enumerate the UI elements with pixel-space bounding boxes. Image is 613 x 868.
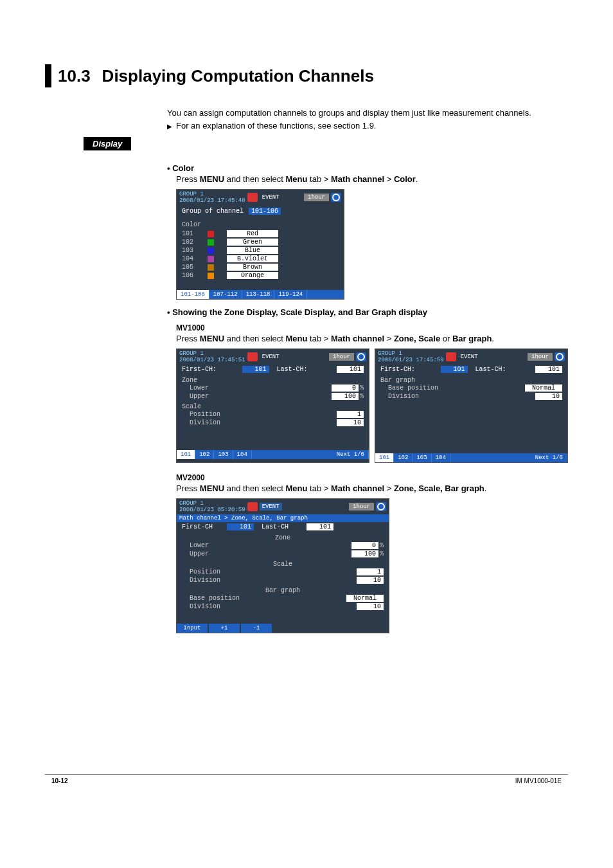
- color-row: 102 Green: [177, 238, 344, 246]
- channel-id: 106: [182, 272, 208, 279]
- first-ch-field[interactable]: 101: [441, 366, 468, 373]
- section-number: 10.3: [58, 64, 91, 87]
- channel-id: 105: [182, 264, 208, 271]
- channel-id: 102: [182, 239, 208, 246]
- group-of-channel-value[interactable]: 101-106: [249, 208, 281, 215]
- color-swatch: [208, 264, 214, 271]
- intro-paragraph: You can assign computation channels to g…: [167, 107, 568, 120]
- input-button[interactable]: Input: [177, 624, 208, 633]
- event-badge: EVENT: [260, 194, 282, 201]
- record-icon: [446, 352, 456, 361]
- panel-datetime: 2008/01/23 17:45:40: [179, 197, 245, 204]
- channel-tab[interactable]: 104: [233, 450, 252, 459]
- next-page-tab[interactable]: Next 1/6: [531, 453, 567, 462]
- zone-lower-field[interactable]: 0: [351, 542, 378, 549]
- panel-group: GROUP 1: [179, 191, 245, 197]
- plus-one-button[interactable]: +1: [209, 624, 240, 633]
- color-name-field[interactable]: Red: [227, 230, 278, 237]
- channel-range-tab[interactable]: 113-118: [242, 290, 275, 299]
- last-ch-field[interactable]: 101: [337, 366, 364, 373]
- last-ch-field[interactable]: 101: [535, 366, 562, 373]
- first-ch-field[interactable]: 101: [242, 366, 269, 373]
- scale-division-field[interactable]: 10: [337, 419, 364, 426]
- channel-tab[interactable]: 101: [177, 450, 195, 459]
- record-icon: [247, 352, 258, 361]
- base-position-field[interactable]: Normal: [525, 384, 562, 392]
- color-section-label: Color: [177, 217, 344, 230]
- zone-upper-field[interactable]: 100: [351, 550, 378, 557]
- channel-id: 103: [182, 247, 208, 254]
- color-swatch: [208, 256, 214, 262]
- hour-badge: 1hour: [304, 194, 329, 201]
- mv2000-label: MV2000: [176, 473, 568, 482]
- mv2000-instruction: Press MENU and then select Menu tab > Ma…: [176, 484, 568, 493]
- mv2000-panel-screenshot: GROUP 1 2008/01/23 05:20:59 EVENT 1hour …: [176, 498, 389, 633]
- color-swatch: [208, 248, 214, 254]
- channel-tab[interactable]: 103: [413, 453, 431, 462]
- channel-tab[interactable]: 103: [214, 450, 233, 459]
- record-icon: [247, 502, 258, 511]
- color-row: 103 Blue: [177, 246, 344, 255]
- color-name-field[interactable]: B.violet: [227, 255, 278, 262]
- intro-crossref: For an explanation of these functions, s…: [167, 120, 568, 132]
- color-row: 101 Red: [177, 230, 344, 238]
- status-icon: [331, 193, 341, 202]
- bar-division-field[interactable]: 10: [357, 603, 384, 610]
- page-footer: 10-12 IM MV1000-01E: [45, 774, 568, 784]
- scale-position-field[interactable]: 1: [357, 568, 384, 575]
- page-number: 10-12: [51, 777, 68, 784]
- mv1000-label: MV1000: [176, 323, 568, 332]
- bar-graph-panel-screenshot: GROUP 1 2008/01/23 17:45:59 EVENT 1hour …: [375, 348, 568, 463]
- channel-range-tab[interactable]: 119-124: [274, 290, 307, 299]
- status-icon: [376, 502, 386, 511]
- zone-heading: Showing the Zone Display, Scale Display,…: [167, 307, 427, 317]
- color-panel-screenshot: GROUP 1 2008/01/23 17:45:40 EVENT 1hour …: [176, 189, 344, 300]
- channel-tab[interactable]: 102: [394, 453, 413, 462]
- color-heading: Color: [167, 163, 194, 173]
- color-row: 104 B.violet: [177, 255, 344, 263]
- status-icon: [555, 352, 565, 361]
- channel-range-tab[interactable]: 107-112: [209, 290, 242, 299]
- channel-range-tab[interactable]: 101-106: [177, 290, 209, 299]
- section-heading: Displaying Computation Channels: [102, 64, 374, 87]
- last-ch-field[interactable]: 101: [306, 523, 333, 530]
- color-name-field[interactable]: Blue: [227, 247, 278, 254]
- channel-tab[interactable]: 104: [432, 453, 450, 462]
- channel-id: 101: [182, 230, 208, 237]
- minus-one-button[interactable]: -1: [241, 624, 272, 633]
- display-tag: Display: [84, 137, 131, 150]
- scale-position-field[interactable]: 1: [337, 411, 364, 418]
- zone-upper-field[interactable]: 100: [332, 393, 359, 400]
- color-name-field[interactable]: Brown: [227, 264, 278, 271]
- color-swatch: [208, 273, 214, 279]
- channel-tab[interactable]: 102: [195, 450, 214, 459]
- next-page-tab[interactable]: Next 1/6: [333, 450, 369, 459]
- base-position-field[interactable]: Normal: [346, 595, 384, 602]
- status-icon: [356, 352, 366, 361]
- color-row: 105 Brown: [177, 263, 344, 271]
- mv1000-instruction: Press MENU and then select Menu tab > Ma…: [176, 334, 568, 343]
- color-name-field[interactable]: Orange: [227, 272, 278, 279]
- scale-division-field[interactable]: 10: [357, 577, 384, 584]
- zone-scale-panel-screenshot: GROUP 1 2008/01/23 17:45:51 EVENT 1hour …: [176, 348, 369, 463]
- bar-division-field[interactable]: 10: [535, 393, 562, 400]
- panel-breadcrumb: Math channel > Zone, Scale, Bar graph: [177, 514, 389, 522]
- zone-lower-field[interactable]: 0: [332, 384, 359, 392]
- color-name-field[interactable]: Green: [227, 239, 278, 246]
- color-row: 106 Orange: [177, 271, 344, 280]
- group-of-channel-label: Group of channel: [182, 208, 244, 215]
- color-swatch: [208, 239, 214, 246]
- color-instruction: Press MENU and then select Menu tab > Ma…: [176, 174, 568, 184]
- record-icon: [247, 193, 258, 202]
- doc-id: IM MV1000-01E: [515, 777, 562, 784]
- channel-id: 104: [182, 255, 208, 262]
- first-ch-field[interactable]: 101: [227, 523, 254, 530]
- section-title: 10.3 Displaying Computation Channels: [45, 64, 568, 87]
- color-swatch: [208, 231, 214, 237]
- channel-tab[interactable]: 101: [375, 453, 394, 462]
